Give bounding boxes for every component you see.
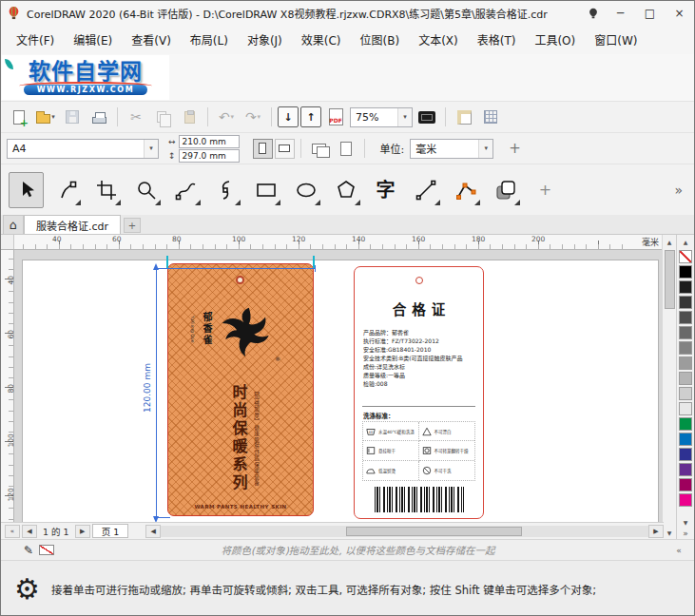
color-swatch[interactable]: [679, 250, 692, 263]
menu-item[interactable]: 编辑(E): [64, 28, 122, 51]
connector-tool[interactable]: [448, 172, 483, 208]
fullscreen-preview-icon[interactable]: [415, 105, 439, 129]
color-swatch[interactable]: [679, 433, 692, 446]
selection-handle[interactable]: [166, 256, 168, 268]
hang-tag-front[interactable]: 郁香雀 YuXiang Que ® 时尚保暖系列 【加绒加厚】健康肌肤舒适保暖装…: [167, 263, 314, 516]
chevron-down-icon[interactable]: ▾: [478, 140, 492, 158]
redo-icon[interactable]: ↷▾: [241, 105, 265, 129]
page-tab[interactable]: 页 1: [92, 524, 129, 538]
horizontal-scrollbar[interactable]: ◀ ▶: [145, 523, 664, 539]
copy-icon[interactable]: [150, 105, 175, 129]
color-swatch[interactable]: [679, 280, 692, 294]
chevron-down-icon[interactable]: ▾: [144, 140, 158, 158]
menu-item[interactable]: 文本(X): [409, 28, 468, 51]
color-swatch[interactable]: [679, 493, 692, 507]
horizontal-ruler[interactable]: 406080100120140160180200: [14, 235, 631, 249]
menu-item[interactable]: 效果(C): [292, 28, 351, 51]
all-pages-icon[interactable]: [307, 136, 332, 161]
page-height-field[interactable]: 297.0 mm: [179, 149, 240, 163]
menu-item[interactable]: 窗口(W): [585, 28, 647, 51]
show-rulers-icon[interactable]: [452, 105, 476, 129]
scrollbar-thumb[interactable]: [346, 527, 522, 536]
color-swatch[interactable]: [679, 311, 692, 324]
import-button[interactable]: ↓: [278, 106, 299, 127]
menu-item[interactable]: 布局(L): [181, 28, 238, 51]
color-swatch[interactable]: [679, 402, 692, 415]
show-grid-icon[interactable]: [478, 105, 503, 129]
cut-icon[interactable]: ✂: [124, 105, 148, 129]
new-document-icon[interactable]: +: [7, 105, 31, 129]
color-swatch[interactable]: [679, 387, 692, 400]
landscape-button[interactable]: [275, 139, 295, 159]
units-combobox[interactable]: 毫米 ▾: [410, 139, 493, 159]
color-swatch[interactable]: [679, 478, 692, 491]
scroll-down-icon[interactable]: ▼: [663, 526, 676, 539]
color-swatch[interactable]: [679, 463, 692, 476]
open-icon[interactable]: ▾: [33, 105, 58, 129]
menu-item[interactable]: 工具(O): [525, 28, 585, 51]
interactive-fill-tool[interactable]: [488, 172, 523, 208]
new-tab-button[interactable]: +: [124, 218, 141, 233]
palette-scroll-down-icon[interactable]: ▼: [677, 515, 694, 529]
color-swatch[interactable]: [679, 326, 692, 339]
color-swatch[interactable]: [679, 341, 692, 355]
scrollbar-thumb[interactable]: [665, 250, 675, 309]
menu-item[interactable]: 查看(V): [122, 28, 181, 51]
scroll-up-icon[interactable]: ▲: [663, 235, 676, 248]
next-page-button[interactable]: ▶: [75, 525, 90, 538]
freehand-tool[interactable]: [168, 172, 203, 208]
vertical-scrollbar[interactable]: ▲ ▼: [662, 235, 676, 539]
scroll-right-icon[interactable]: ▶: [648, 525, 664, 538]
color-swatch[interactable]: [679, 372, 692, 385]
menu-item[interactable]: 文件(F): [7, 28, 64, 51]
shape-tool[interactable]: [48, 172, 84, 208]
minimize-button[interactable]: ─: [606, 1, 635, 25]
pen-tool[interactable]: [208, 172, 243, 208]
menu-item[interactable]: 表格(T): [468, 28, 526, 51]
page-width-field[interactable]: 210.0 mm: [179, 135, 240, 148]
outline-pen-icon[interactable]: ✎: [24, 544, 33, 557]
previous-page-button[interactable]: ◀: [22, 525, 37, 538]
corel-badge-icon[interactable]: [581, 1, 606, 25]
document-tab[interactable]: 服装合格证.cdr: [24, 215, 121, 234]
text-tool[interactable]: 字: [368, 172, 403, 208]
undo-icon[interactable]: ↶▾: [214, 105, 239, 129]
hang-tag-back[interactable]: 合格证 产品品牌：郁香雀执行标准：FZ/T73022-2012安全标准:GB18…: [354, 266, 484, 519]
toolbox-overflow-button[interactable]: »: [674, 183, 686, 198]
save-icon[interactable]: [60, 105, 85, 129]
portrait-button[interactable]: [253, 139, 273, 159]
color-swatch[interactable]: [679, 356, 692, 370]
export-button[interactable]: ↑: [300, 106, 321, 127]
close-button[interactable]: ×: [665, 1, 694, 25]
menu-item[interactable]: 对象(J): [238, 28, 292, 51]
color-swatch[interactable]: [679, 265, 692, 279]
pick-tool[interactable]: [9, 172, 44, 208]
add-property-button[interactable]: +: [509, 140, 521, 157]
color-swatch[interactable]: [679, 296, 692, 309]
zoom-tool[interactable]: [128, 172, 164, 208]
drawing-canvas[interactable]: 郁香雀 YuXiang Que ® 时尚保暖系列 【加绒加厚】健康肌肤舒适保暖装…: [14, 250, 664, 522]
scroll-left-icon[interactable]: ◀: [145, 525, 161, 538]
home-icon[interactable]: ⌂: [3, 215, 24, 234]
print-icon[interactable]: [87, 105, 111, 129]
zoom-combobox[interactable]: 75% ▾: [350, 107, 413, 127]
color-swatch[interactable]: [679, 417, 692, 431]
rectangle-tool[interactable]: [248, 172, 283, 208]
palette-expand-icon[interactable]: »: [683, 529, 688, 539]
publish-pdf-icon[interactable]: PDF: [323, 105, 348, 129]
chevron-down-icon[interactable]: ▾: [397, 108, 412, 126]
vertical-ruler[interactable]: 406080100120: [1, 250, 14, 522]
palette-collapse-icon[interactable]: «: [662, 546, 695, 555]
menu-item[interactable]: 位图(B): [351, 28, 410, 51]
first-page-button[interactable]: «: [5, 525, 20, 538]
line-tool[interactable]: [408, 172, 443, 208]
ruler-origin-icon[interactable]: [1, 235, 14, 249]
crop-tool[interactable]: [88, 172, 124, 208]
polygon-tool[interactable]: [328, 172, 363, 208]
current-page-icon[interactable]: [334, 136, 358, 161]
maximize-button[interactable]: □: [635, 1, 665, 25]
paste-icon[interactable]: [177, 105, 202, 129]
add-tool-button[interactable]: +: [528, 172, 563, 208]
no-fill-swatch[interactable]: [39, 545, 54, 555]
ellipse-tool[interactable]: [288, 172, 323, 208]
